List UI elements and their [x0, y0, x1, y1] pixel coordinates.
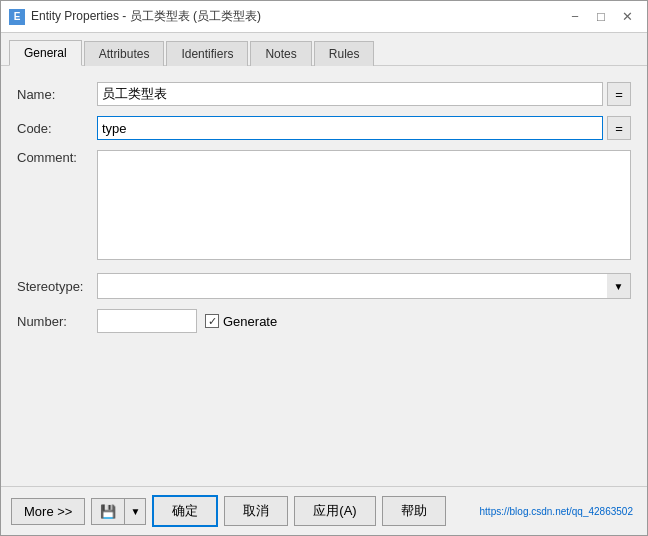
comment-wrap — [97, 150, 631, 263]
comment-label-text: Comment: — [17, 150, 77, 165]
number-label: Number: — [17, 314, 97, 329]
maximize-button[interactable]: □ — [589, 7, 613, 27]
code-label: Code: — [17, 121, 97, 136]
generate-wrap: Generate — [205, 314, 277, 329]
main-window: E Entity Properties - 员工类型表 (员工类型表) − □ … — [0, 0, 648, 536]
name-input[interactable] — [97, 82, 603, 106]
code-eq-button[interactable]: = — [607, 116, 631, 140]
title-controls: − □ ✕ — [563, 7, 639, 27]
stereotype-label-text: Stereotype: — [17, 279, 84, 294]
save-button[interactable]: 💾 — [92, 499, 125, 524]
content-area: Name: = Code: = Comment: — [1, 66, 647, 486]
name-eq-button[interactable]: = — [607, 82, 631, 106]
name-label: Name: — [17, 87, 97, 102]
name-row: Name: = — [17, 82, 631, 106]
window-title: Entity Properties - 员工类型表 (员工类型表) — [31, 8, 261, 25]
comment-row: Comment: — [17, 150, 631, 263]
save-split: 💾 ▼ — [91, 498, 146, 525]
code-label-text: Code: — [17, 121, 52, 136]
code-input-wrap: = — [97, 116, 631, 140]
stereotype-select[interactable] — [97, 273, 631, 299]
code-row: Code: = — [17, 116, 631, 140]
watermark: https://blog.csdn.net/qq_42863502 — [480, 506, 637, 517]
stereotype-select-wrap: ▼ — [97, 273, 631, 299]
bottom-bar: More >> 💾 ▼ 确定 取消 应用(A) 帮助 https://blog.… — [1, 486, 647, 535]
tab-identifiers[interactable]: Identifiers — [166, 41, 248, 66]
help-button[interactable]: 帮助 — [382, 496, 446, 526]
title-bar-left: E Entity Properties - 员工类型表 (员工类型表) — [9, 8, 261, 25]
stereotype-label: Stereotype: — [17, 279, 97, 294]
tab-attributes[interactable]: Attributes — [84, 41, 165, 66]
tab-notes[interactable]: Notes — [250, 41, 311, 66]
number-row: Number: Generate — [17, 309, 631, 333]
more-button[interactable]: More >> — [11, 498, 85, 525]
comment-textarea[interactable] — [97, 150, 631, 260]
close-button[interactable]: ✕ — [615, 7, 639, 27]
number-input[interactable] — [97, 309, 197, 333]
tab-general[interactable]: General — [9, 40, 82, 66]
stereotype-row: Stereotype: ▼ — [17, 273, 631, 299]
minimize-button[interactable]: − — [563, 7, 587, 27]
save-icon: 💾 — [100, 504, 116, 519]
generate-label: Generate — [223, 314, 277, 329]
title-bar: E Entity Properties - 员工类型表 (员工类型表) − □ … — [1, 1, 647, 33]
name-label-text: Name: — [17, 87, 55, 102]
generate-checkbox[interactable] — [205, 314, 219, 328]
tab-rules[interactable]: Rules — [314, 41, 375, 66]
confirm-button[interactable]: 确定 — [152, 495, 218, 527]
app-icon: E — [9, 9, 25, 25]
save-dropdown-button[interactable]: ▼ — [125, 499, 145, 524]
cancel-button[interactable]: 取消 — [224, 496, 288, 526]
comment-label: Comment: — [17, 150, 97, 165]
apply-button[interactable]: 应用(A) — [294, 496, 375, 526]
number-label-text: Number: — [17, 314, 67, 329]
name-input-wrap: = — [97, 82, 631, 106]
tabs-row: General Attributes Identifiers Notes Rul… — [1, 33, 647, 66]
code-input[interactable] — [97, 116, 603, 140]
